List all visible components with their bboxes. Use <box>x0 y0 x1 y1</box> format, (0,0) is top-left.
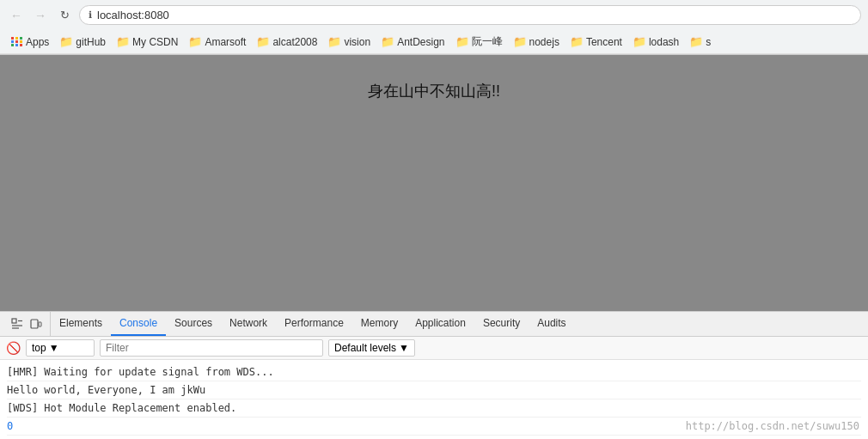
tab-audits[interactable]: Audits <box>529 312 574 336</box>
bookmark-tencent[interactable]: 📁 Tencent <box>565 34 627 50</box>
bookmark-ruanyifeng-label: 阮一峰 <box>472 34 503 49</box>
bookmark-github-label: gitHub <box>76 36 106 48</box>
device-toggle-icon[interactable] <box>28 315 45 332</box>
back-button[interactable]: ← <box>7 6 26 25</box>
lock-icon: ℹ <box>89 9 92 21</box>
folder-icon: 📁 <box>689 35 703 48</box>
bookmark-s[interactable]: 📁 s <box>685 34 715 50</box>
console-text: [WDS] Hot Module Replacement enabled. <box>7 402 236 414</box>
console-line: Hello world, Everyone, I am jkWu <box>7 381 861 399</box>
clear-console-icon[interactable]: 🚫 <box>5 340 21 356</box>
devtools-toolbar: 🚫 top ▼ Default levels ▼ <box>0 337 868 360</box>
console-output: [HMR] Waiting for update signal from WDS… <box>0 360 868 439</box>
bookmark-vision-label: vision <box>344 36 370 48</box>
tab-console[interactable]: Console <box>111 312 166 336</box>
console-text: Hello world, Everyone, I am jkWu <box>7 384 205 396</box>
folder-icon: 📁 <box>570 35 584 48</box>
nav-bar: ← → ↻ ℹ localhost:8080 <box>0 0 868 30</box>
console-line: [WDS] Hot Module Replacement enabled. <box>7 399 861 418</box>
tab-sources[interactable]: Sources <box>166 312 221 336</box>
bookmark-antdesign[interactable]: 📁 AntDesign <box>376 34 449 50</box>
bookmark-amarsoft[interactable]: 📁 Amarsoft <box>184 34 250 50</box>
folder-icon: 📁 <box>256 35 270 48</box>
bookmark-nodejs-label: nodejs <box>529 36 559 48</box>
levels-select[interactable]: Default levels ▼ <box>328 339 415 357</box>
svg-rect-4 <box>31 320 38 328</box>
tab-memory[interactable]: Memory <box>352 312 406 336</box>
tab-elements[interactable]: Elements <box>51 312 111 336</box>
levels-chevron: ▼ <box>399 342 409 354</box>
bookmark-github[interactable]: 📁 gitHub <box>55 34 110 50</box>
bookmark-antdesign-label: AntDesign <box>397 36 444 48</box>
tab-network[interactable]: Network <box>221 312 276 336</box>
folder-icon: 📁 <box>513 35 527 48</box>
forward-button[interactable]: → <box>31 6 50 25</box>
tab-application[interactable]: Application <box>406 312 474 336</box>
bookmark-amarsoft-label: Amarsoft <box>205 36 246 48</box>
bookmark-lodash[interactable]: 📁 lodash <box>628 34 683 50</box>
levels-label: Default levels <box>334 342 396 354</box>
context-value: top <box>32 342 46 354</box>
tab-sources-label: Sources <box>174 317 212 329</box>
reload-icon: ↻ <box>60 9 70 21</box>
devtools-tabs: Elements Console Sources Network Perform… <box>0 312 868 337</box>
tab-console-label: Console <box>119 317 157 329</box>
address-text: localhost:8080 <box>97 9 169 21</box>
forward-icon: → <box>34 9 46 22</box>
folder-icon: 📁 <box>455 35 469 48</box>
bookmark-nodejs[interactable]: 📁 nodejs <box>509 34 564 50</box>
filter-input[interactable] <box>100 339 323 357</box>
bookmark-alcat-label: alcat2008 <box>272 36 317 48</box>
tab-security-label: Security <box>483 317 520 329</box>
back-icon: ← <box>10 9 22 22</box>
browser-content: 身在山中不知山高!! <box>0 55 868 311</box>
console-number: 0 <box>7 420 13 432</box>
tab-network-label: Network <box>229 317 267 329</box>
bookmark-mycsdn-label: My CSDN <box>132 36 178 48</box>
devtools-panel: Elements Console Sources Network Perform… <box>0 311 868 439</box>
console-line: [HMR] Waiting for update signal from WDS… <box>7 363 861 381</box>
bookmarks-bar: Apps 📁 gitHub 📁 My CSDN 📁 Amarsoft 📁 alc… <box>0 30 868 54</box>
bookmark-apps-label: Apps <box>26 36 49 48</box>
bookmark-vision[interactable]: 📁 vision <box>323 34 375 50</box>
browser-chrome: ← → ↻ ℹ localhost:8080 Apps 📁 <box>0 0 868 55</box>
watermark: http://blog.csdn.net/suwu150 <box>686 420 859 432</box>
bookmark-ruanyifeng[interactable]: 📁 阮一峰 <box>451 33 507 51</box>
tab-performance-label: Performance <box>284 317 344 329</box>
apps-icon <box>11 36 23 48</box>
tab-performance[interactable]: Performance <box>276 312 352 336</box>
bookmark-mycsdn[interactable]: 📁 My CSDN <box>112 34 182 50</box>
context-chevron: ▼ <box>49 342 59 354</box>
tab-audits-label: Audits <box>537 317 565 329</box>
bookmark-s-label: s <box>706 36 711 48</box>
folder-icon: 📁 <box>59 35 73 48</box>
tab-security[interactable]: Security <box>474 312 529 336</box>
context-select[interactable]: top ▼ <box>26 339 95 357</box>
tab-memory-label: Memory <box>361 317 398 329</box>
folder-icon: 📁 <box>327 35 341 48</box>
folder-icon: 📁 <box>381 35 394 48</box>
tab-application-label: Application <box>415 317 466 329</box>
console-text: [HMR] Waiting for update signal from WDS… <box>7 366 274 378</box>
tab-elements-label: Elements <box>59 317 102 329</box>
page-heading: 身在山中不知山高!! <box>368 81 500 101</box>
svg-rect-5 <box>39 322 41 326</box>
bookmark-tencent-label: Tencent <box>586 36 622 48</box>
reload-button[interactable]: ↻ <box>55 6 74 25</box>
svg-rect-0 <box>12 319 16 323</box>
devtools-tool-icons <box>3 312 51 336</box>
folder-icon: 📁 <box>116 35 130 48</box>
bookmark-apps[interactable]: Apps <box>7 34 53 50</box>
folder-icon: 📁 <box>188 35 202 48</box>
folder-icon: 📁 <box>633 35 646 48</box>
inspect-element-icon[interactable] <box>9 315 26 332</box>
bookmark-alcat[interactable]: 📁 alcat2008 <box>252 34 321 50</box>
address-bar[interactable]: ℹ localhost:8080 <box>79 5 861 25</box>
bookmark-lodash-label: lodash <box>649 36 679 48</box>
